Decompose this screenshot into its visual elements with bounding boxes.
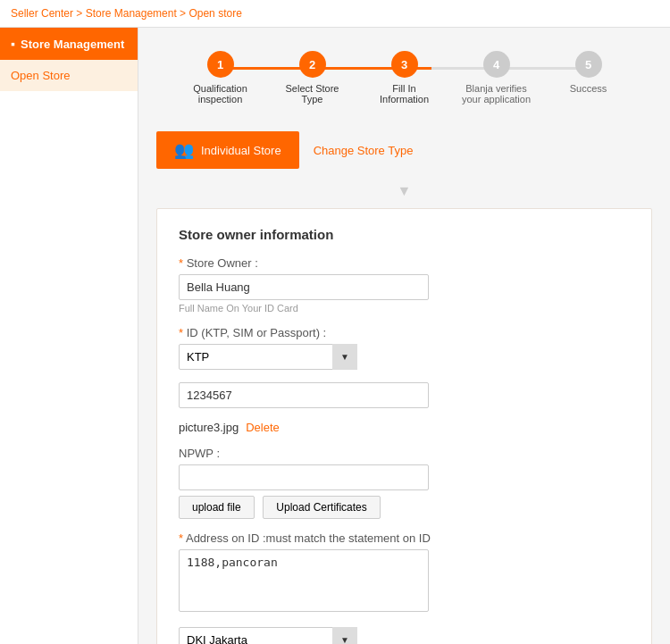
upload-file-button[interactable]: upload file [179,496,255,519]
step-2: 2 Select Store Type [266,51,358,105]
id-filename: picture3.jpg [179,421,239,434]
divider-arrow: ▼ [156,183,652,199]
store-type-bar: 👥 Individual Store Change Store Type [156,131,652,169]
step-1: 1 Qualification inspection [174,51,266,105]
store-owner-label: * Store Owner : [179,256,630,270]
id-file-info: picture3.jpg Delete [179,421,630,434]
address-textarea[interactable]: 1188,pancoran [179,549,429,612]
province-select-wrapper: DKI Jakarta Jawa Barat Jawa Tengah ▼ [179,627,357,644]
sidebar-header: ▪ Store Management [0,28,138,60]
store-icon: ▪ [11,37,15,51]
form-title: Store owner information [179,227,630,242]
step-label-3: Fill In Information [369,83,440,105]
id-type-select[interactable]: KTP SIM Passport [179,344,357,370]
step-label-1: Qualification inspection [185,83,256,105]
step-circle-2: 2 [299,51,326,78]
step-3: 3 Fill In Information [358,51,450,105]
store-owner-hint: Full Name On Your ID Card [179,303,630,314]
npwp-group: NPWP : upload file Upload Certificates [179,447,630,519]
id-number-group [179,382,630,408]
id-type-label: * ID (KTP, SIM or Passport) : [179,326,630,339]
step-circle-4: 4 [483,51,510,78]
id-type-group: * ID (KTP, SIM or Passport) : KTP SIM Pa… [179,326,630,370]
individual-store-icon: 👥 [174,140,194,160]
step-circle-3: 3 [391,51,418,78]
step-5: 5 Success [542,51,634,94]
province-group: DKI Jakarta Jawa Barat Jawa Tengah ▼ [179,627,630,644]
breadcrumb: Seller Center > Store Management > Open … [0,0,670,28]
npwp-label: NPWP : [179,447,630,460]
id-number-input[interactable] [179,382,429,408]
upload-certificates-button[interactable]: Upload Certificates [263,496,380,519]
step-4: 4 Blanja verifies your application [450,51,542,105]
id-file-group: picture3.jpg Delete [179,421,630,434]
step-label-5: Success [570,83,607,94]
sidebar-item-open-store[interactable]: Open Store [0,60,138,91]
sidebar: ▪ Store Management Open Store [0,28,138,644]
province-select[interactable]: DKI Jakarta Jawa Barat Jawa Tengah [179,627,357,644]
npwp-input[interactable] [179,464,429,490]
id-type-select-wrapper: KTP SIM Passport ▼ [179,344,357,370]
step-circle-5: 5 [575,51,602,78]
step-label-4: Blanja verifies your application [461,83,532,105]
address-group: * Address on ID :must match the statemen… [179,531,630,615]
id-file-delete[interactable]: Delete [246,421,280,434]
store-owner-group: * Store Owner : Full Name On Your ID Car… [179,256,630,314]
individual-store-button[interactable]: 👥 Individual Store [156,131,299,169]
main-content: 1 Qualification inspection 2 Select Stor… [138,28,670,644]
step-label-2: Select Store Type [277,83,348,105]
address-label: * Address on ID :must match the statemen… [179,531,630,545]
store-owner-input[interactable] [179,274,429,300]
steps-container: 1 Qualification inspection 2 Select Stor… [156,42,652,113]
form-container: Store owner information * Store Owner : … [156,208,652,644]
step-circle-1: 1 [207,51,234,78]
change-store-type-link[interactable]: Change Store Type [314,144,414,157]
